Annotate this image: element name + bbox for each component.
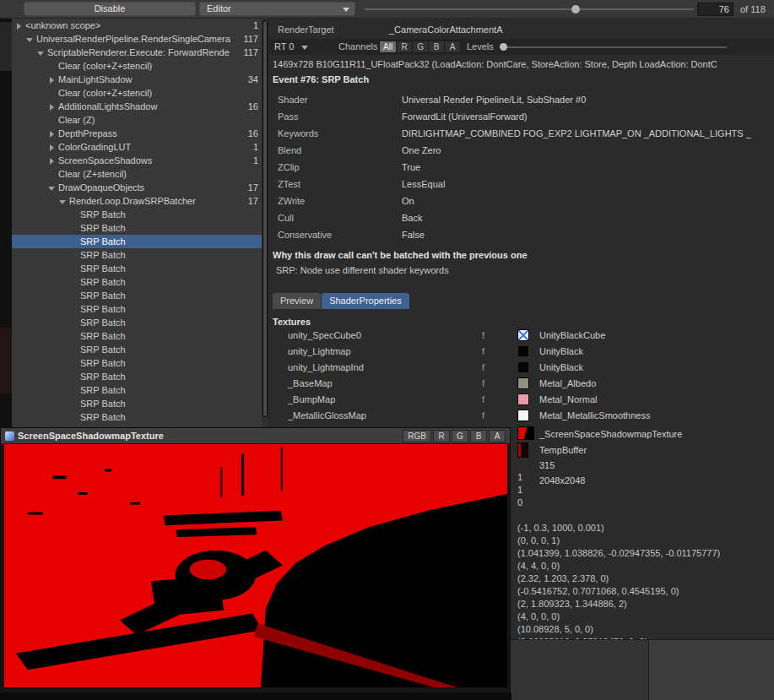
frame-slider[interactable]: [365, 8, 694, 10]
texture-thumbnail[interactable]: [517, 329, 529, 341]
preview-channel-button-r[interactable]: R: [433, 430, 450, 442]
tree-item[interactable]: SRP Batch: [12, 343, 268, 356]
channel-button-b[interactable]: B: [429, 41, 445, 53]
tree-scrollbar[interactable]: [262, 19, 268, 427]
texture-row[interactable]: _ScreenSpaceShadowmapTexture: [517, 426, 534, 443]
tree-item[interactable]: Clear (Z+stencil): [12, 167, 268, 181]
texture-thumbnail[interactable]: [517, 361, 529, 373]
tree-item[interactable]: SRP Batch: [12, 329, 268, 343]
tree-item-label: SRP Batch: [80, 399, 126, 409]
levels-slider[interactable]: [501, 46, 727, 48]
foldout-closed-icon[interactable]: [48, 130, 58, 138]
float-values-list: 110: [517, 471, 522, 509]
tree-item[interactable]: ScriptableRenderer.Execute: ForwardRende…: [12, 46, 268, 59]
tab-preview[interactable]: Preview: [273, 293, 321, 309]
property-value: Universal Render Pipeline/Lit, SubShader…: [402, 91, 774, 108]
tree-item[interactable]: ColorGradingLUT1: [12, 140, 268, 154]
tree-item[interactable]: SRP Batch: [12, 302, 268, 316]
channel-button-all[interactable]: All: [379, 41, 397, 53]
tree-item[interactable]: Clear (color+Z+stencil): [12, 59, 268, 73]
tree-item[interactable]: MainLightShadow34: [12, 73, 268, 86]
texture-param-name: unity_Lightmap: [288, 344, 351, 360]
event-title: Event #76: SRP Batch: [273, 74, 369, 84]
tree-item[interactable]: SRP Batch: [12, 370, 268, 383]
texture-thumbnail[interactable]: [517, 442, 528, 458]
tree-item[interactable]: ScreenSpaceShadows1: [12, 154, 268, 167]
tree-item[interactable]: SRP Batch: [12, 383, 268, 397]
texture-thumbnail[interactable]: [517, 410, 529, 421]
tree-scrollbar-thumb[interactable]: [263, 20, 268, 417]
tree-item[interactable]: SRP Batch: [12, 316, 268, 329]
tree-item[interactable]: SRP Batch: [12, 410, 268, 424]
tree-item[interactable]: SRP Batch: [12, 397, 268, 410]
foldout-open-icon[interactable]: [37, 49, 47, 57]
foldout-closed-icon[interactable]: [48, 144, 58, 152]
tree-item[interactable]: DrawOpaqueObjects17: [12, 181, 268, 194]
texture-thumbnail[interactable]: [517, 393, 529, 405]
tree-item[interactable]: SRP Batch: [12, 289, 268, 302]
texture-row[interactable]: _BumpMapfMetal_Normal: [269, 392, 774, 408]
indent-spacer: [70, 414, 80, 422]
tree-item[interactable]: Clear (color+Z+stencil): [12, 86, 268, 100]
background-thumbnail: [0, 22, 12, 71]
foldout-closed-icon[interactable]: [48, 76, 58, 84]
tree-item-label: SRP Batch: [80, 331, 126, 341]
tree-item[interactable]: AdditionalLightsShadow16: [12, 100, 268, 113]
tree-item-label: SRP Batch: [80, 385, 126, 395]
texture-preview-titlebar[interactable]: ScreenSpaceShadowmapTexture RGBRGBA: [1, 428, 510, 444]
texture-thumbnail[interactable]: [517, 377, 529, 389]
frame-slider-thumb[interactable]: [571, 5, 580, 14]
texture-row[interactable]: _MetallicGlossMapfMetal_MetallicSmoothne…: [269, 408, 774, 424]
foldout-closed-icon[interactable]: [15, 22, 25, 30]
texture-row[interactable]: unity_LightmapfUnityBlack: [269, 344, 774, 360]
foldout-closed-icon[interactable]: [48, 103, 58, 111]
channel-button-g[interactable]: G: [413, 41, 429, 53]
rt-index-dropdown[interactable]: RT 0: [274, 39, 308, 55]
indent-spacer: [48, 62, 58, 71]
preview-channel-button-g[interactable]: G: [452, 430, 468, 442]
foldout-open-icon[interactable]: [48, 184, 58, 193]
tree-item[interactable]: SRP Batch: [12, 221, 268, 235]
indent-spacer: [70, 373, 80, 382]
preview-channel-buttons: RGBRGBA: [403, 430, 506, 442]
texture-row[interactable]: TempBuffer 315 2048x2048: [517, 442, 528, 459]
tab-shaderproperties[interactable]: ShaderProperties: [322, 293, 409, 309]
background-editor-strip: [0, 19, 12, 427]
tree-item-label: SRP Batch: [80, 277, 126, 287]
preview-channel-button-rgb[interactable]: RGB: [403, 430, 431, 442]
foldout-closed-icon[interactable]: [48, 157, 58, 166]
foldout-open-icon[interactable]: [26, 35, 36, 44]
tree-item-label: ColorGradingLUT: [58, 142, 131, 152]
tree-item[interactable]: Clear (Z): [12, 113, 268, 127]
levels-slider-thumb[interactable]: [500, 43, 507, 51]
tree-item[interactable]: SRP Batch: [12, 275, 268, 289]
tree-item[interactable]: SRP Batch: [12, 208, 268, 221]
texture-row[interactable]: unity_LightmapIndfUnityBlack: [269, 360, 774, 376]
texture-thumbnail[interactable]: [517, 345, 529, 357]
property-label: Cull: [278, 209, 294, 226]
preview-channel-button-a[interactable]: A: [489, 430, 506, 442]
channel-button-a[interactable]: A: [445, 41, 461, 53]
target-selector-dropdown[interactable]: Editor: [199, 2, 355, 16]
channel-button-r[interactable]: R: [397, 41, 413, 53]
tree-item-label: RenderLoop.DrawSRPBatcher: [69, 196, 196, 206]
tree-item[interactable]: SRP Batch: [12, 248, 268, 262]
tree-item[interactable]: SRP Batch: [12, 235, 268, 248]
texture-name: _ScreenSpaceShadowmapTexture: [539, 426, 682, 442]
property-label: ZTest: [278, 176, 300, 193]
tree-item[interactable]: DepthPrepass16: [12, 127, 268, 140]
tree-item[interactable]: RenderLoop.DrawSRPBatcher17: [12, 194, 268, 208]
preview-channel-button-b[interactable]: B: [470, 430, 487, 442]
texture-row[interactable]: _BaseMapfMetal_Albedo: [269, 376, 774, 392]
disable-button[interactable]: Disable: [24, 2, 196, 16]
property-value: ForwardLit (UniversalForward): [402, 108, 774, 125]
tree-item[interactable]: SRP Batch: [12, 262, 268, 275]
frame-number-field[interactable]: 76: [697, 3, 733, 16]
texture-row[interactable]: unity_SpecCube0fUnityBlackCube: [269, 328, 774, 344]
vector-value: (10.08928, 5, 0, 0): [517, 623, 720, 636]
foldout-open-icon[interactable]: [59, 198, 69, 206]
tree-item[interactable]: <unknown scope>1: [12, 19, 268, 32]
tree-item[interactable]: UniversalRenderPipeline.RenderSingleCame…: [12, 32, 268, 46]
texture-thumbnail[interactable]: [517, 426, 534, 440]
tree-item[interactable]: SRP Batch: [12, 356, 268, 370]
